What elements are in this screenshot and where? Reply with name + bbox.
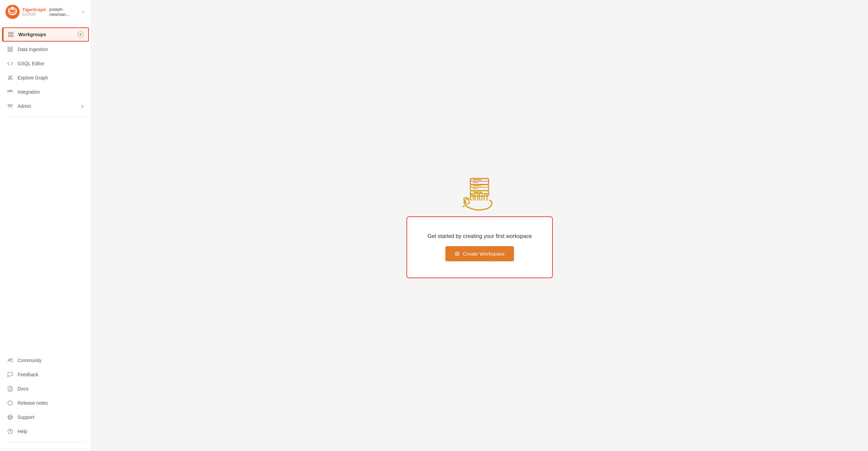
- feedback-label: Feedback: [18, 372, 38, 377]
- tigergraph-logo: [5, 5, 20, 19]
- sidebar: TigerGraph CLOUD joseph-newman... ‹ Work…: [0, 0, 91, 451]
- svg-point-26: [11, 358, 12, 360]
- nav-divider: [5, 117, 86, 117]
- logo: TigerGraph CLOUD: [5, 5, 46, 19]
- svg-point-23: [11, 105, 13, 106]
- release-notes-icon: [7, 400, 14, 406]
- svg-line-15: [9, 78, 12, 78]
- workgroups-label: Workgroups: [18, 32, 46, 37]
- svg-rect-7: [11, 35, 13, 37]
- help-icon: [7, 428, 14, 435]
- admin-icon: [7, 103, 14, 110]
- bottom-divider: [5, 442, 86, 442]
- svg-point-13: [11, 78, 12, 79]
- svg-point-3: [11, 7, 14, 9]
- svg-rect-5: [11, 32, 13, 34]
- admin-chevron-icon: ∨: [81, 104, 84, 109]
- svg-point-25: [9, 359, 10, 361]
- sidebar-item-help[interactable]: Help: [0, 424, 91, 438]
- svg-rect-9: [8, 49, 13, 50]
- svg-rect-4: [8, 32, 10, 34]
- empty-state-card: Get started by creating your first works…: [406, 216, 553, 278]
- sidebar-item-data-ingestion[interactable]: Data Ingestion: [0, 42, 91, 56]
- integration-label: Integration: [18, 89, 40, 95]
- svg-rect-8: [8, 47, 13, 48]
- community-icon: [7, 357, 14, 364]
- integration-icon: [7, 89, 14, 95]
- explore-graph-label: Explore Graph: [18, 75, 48, 80]
- sidebar-item-admin[interactable]: Admin ∨: [0, 99, 91, 113]
- sidebar-item-support[interactable]: Support: [0, 410, 91, 424]
- main-navigation: Workgroups + Data Ingestion GSQL Editor …: [0, 24, 91, 351]
- sidebar-item-integration[interactable]: Integration: [0, 85, 91, 99]
- add-workgroup-button[interactable]: +: [77, 31, 84, 38]
- sidebar-bottom-navigation: Community Feedback Docs Release notes: [0, 351, 91, 451]
- docs-icon: [7, 385, 14, 392]
- sidebar-item-gsql-editor[interactable]: GSQL Editor: [0, 56, 91, 71]
- sidebar-item-workgroups[interactable]: Workgroups +: [2, 27, 89, 42]
- svg-point-33: [9, 416, 11, 418]
- svg-point-11: [9, 76, 10, 78]
- brand-text: TigerGraph CLOUD: [22, 7, 46, 16]
- svg-point-32: [8, 415, 13, 420]
- sidebar-item-explore-graph[interactable]: Explore Graph: [0, 71, 91, 85]
- help-label: Help: [18, 429, 27, 434]
- admin-label: Admin: [18, 103, 31, 109]
- create-workspace-label: Create Workspace: [463, 251, 505, 257]
- support-label: Support: [18, 414, 34, 420]
- svg-rect-10: [8, 51, 13, 52]
- gsql-editor-label: GSQL Editor: [18, 61, 44, 66]
- svg-marker-52: [462, 205, 465, 207]
- collapse-sidebar-button[interactable]: ‹: [81, 7, 86, 16]
- svg-rect-6: [8, 35, 10, 37]
- main-content: Get started by creating your first works…: [91, 0, 868, 451]
- create-workspace-button[interactable]: ⊞ Create Workspace: [445, 246, 514, 261]
- sidebar-item-community[interactable]: Community: [0, 353, 91, 367]
- community-label: Community: [18, 358, 42, 363]
- grid-icon: [7, 31, 14, 38]
- docs-label: Docs: [18, 386, 28, 391]
- username-display: joseph-newman...: [49, 7, 78, 17]
- svg-point-22: [9, 104, 11, 106]
- sidebar-header: TigerGraph CLOUD joseph-newman... ‹: [0, 0, 91, 24]
- support-icon: [7, 414, 14, 421]
- add-workspace-icon: ⊞: [455, 250, 460, 257]
- data-ingestion-label: Data Ingestion: [18, 47, 48, 52]
- data-ingestion-icon: [7, 46, 14, 53]
- sidebar-item-docs[interactable]: Docs: [0, 382, 91, 396]
- sidebar-item-feedback[interactable]: Feedback: [0, 367, 91, 382]
- workspace-illustration: [458, 173, 501, 217]
- release-notes-label: Release notes: [18, 400, 48, 406]
- empty-state-text: Get started by creating your first works…: [427, 233, 532, 239]
- svg-point-24: [8, 105, 9, 106]
- code-icon: [7, 60, 14, 67]
- sidebar-item-release-notes[interactable]: Release notes: [0, 396, 91, 410]
- feedback-icon: [7, 371, 14, 378]
- explore-icon: [7, 74, 14, 81]
- svg-rect-20: [9, 90, 11, 91]
